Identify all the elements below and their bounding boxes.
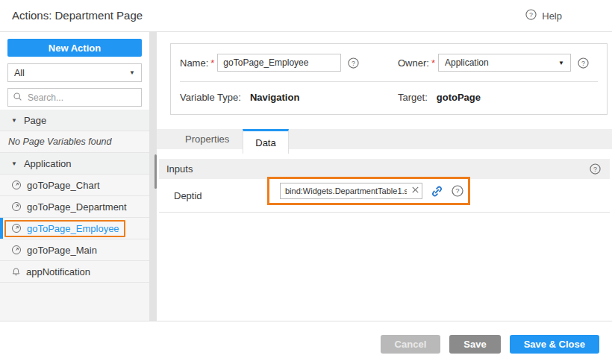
tree-item-gotopage-department[interactable]: goToPage_Department: [0, 196, 149, 218]
navigation-icon: [11, 180, 22, 190]
required-marker: *: [210, 57, 214, 69]
search-icon: [13, 91, 22, 104]
tree-item-label: goToPage_Employee: [27, 223, 119, 234]
filter-value: All: [14, 68, 25, 78]
actions-dialog: Actions: Department Page ? Help New Acti…: [0, 0, 612, 364]
save-button[interactable]: Save: [449, 335, 500, 354]
tree-item-gotopage-employee[interactable]: goToPage_Employee: [0, 218, 149, 239]
input-field-name: Deptid: [174, 179, 202, 213]
target-value: gotoPage: [437, 92, 481, 103]
caret-down-icon: ▼: [11, 160, 17, 167]
clear-icon[interactable]: [410, 185, 420, 195]
chevron-down-icon: ▼: [558, 60, 564, 66]
svg-text:?: ?: [529, 11, 533, 19]
page-title: Actions: Department Page: [12, 9, 143, 22]
dialog-header: Actions: Department Page ? Help: [0, 0, 612, 32]
variable-type-value: Navigation: [250, 92, 299, 103]
owner-dropdown[interactable]: Application ▼: [438, 54, 571, 72]
inputs-section-header: Inputs ?: [159, 159, 610, 179]
svg-text:?: ?: [593, 166, 597, 173]
help-icon[interactable]: ?: [348, 57, 359, 69]
help-icon[interactable]: ?: [578, 57, 589, 69]
svg-text:?: ?: [352, 59, 355, 66]
variables-tree: ▼ Page No Page Variables found ▼ Applica…: [0, 110, 149, 321]
tab-properties[interactable]: Properties: [172, 129, 243, 149]
tree-item-label: goToPage_Main: [27, 245, 97, 256]
filter-dropdown[interactable]: All ▼: [7, 63, 142, 82]
svg-text:?: ?: [581, 59, 585, 66]
variable-type-label: Variable Type:: [180, 92, 241, 103]
help-icon[interactable]: ?: [590, 163, 601, 175]
chevron-down-icon: ▼: [129, 69, 135, 76]
selected-indicator-bar: [0, 218, 3, 239]
svg-text:?: ?: [455, 186, 459, 195]
tree-group-page[interactable]: ▼ Page: [0, 110, 149, 131]
tree-group-label: Application: [24, 158, 72, 169]
owner-value: Application: [445, 57, 489, 68]
tree-item-label: appNotification: [26, 266, 90, 277]
required-marker: *: [431, 57, 435, 69]
cancel-button[interactable]: Cancel: [381, 335, 441, 354]
tab-bar: Properties Data: [157, 129, 612, 149]
tree-group-application[interactable]: ▼ Application: [0, 153, 149, 175]
variables-sidebar: New Action All ▼ ▼ Page No Page Variable…: [0, 32, 149, 321]
inputs-section-title: Inputs: [166, 163, 193, 175]
owner-label: Owner:: [398, 57, 429, 69]
help-icon[interactable]: ?: [452, 185, 463, 197]
tree-item-gotopage-chart[interactable]: goToPage_Chart: [0, 175, 149, 196]
caret-down-icon: ▼: [11, 117, 17, 124]
deptid-bind-input[interactable]: [280, 183, 422, 199]
search-box: [7, 88, 142, 107]
new-action-button[interactable]: New Action: [7, 39, 142, 57]
highlight-outline: goToPage_Employee: [4, 220, 125, 237]
help-label: Help: [542, 10, 562, 22]
input-row-deptid: Deptid ?: [159, 179, 610, 213]
help-link[interactable]: ? Help: [525, 9, 562, 22]
search-input[interactable]: [26, 92, 137, 104]
save-and-close-button[interactable]: Save & Close: [510, 335, 599, 354]
name-input[interactable]: [217, 54, 341, 72]
action-detail-panel: Name: * ? Owner: * Application ▼ ?: [157, 32, 612, 321]
navigation-icon: [11, 201, 22, 212]
tree-item-label: goToPage_Department: [27, 201, 127, 213]
highlight-outline: ?: [267, 177, 470, 205]
bind-input-wrap: [280, 183, 422, 199]
tree-item-gotopage-main[interactable]: goToPage_Main: [0, 239, 149, 261]
tree-item-appnotification[interactable]: appNotification: [0, 261, 149, 283]
tree-item-label: goToPage_Chart: [27, 180, 100, 191]
target-label: Target:: [398, 92, 428, 103]
tree-group-label: Page: [24, 115, 46, 126]
action-summary-box: Name: * ? Owner: * Application ▼ ?: [170, 43, 608, 115]
footer-buttons: Cancel Save Save & Close: [381, 335, 599, 354]
page-empty-message: No Page Variables found: [0, 131, 149, 153]
divider: [180, 81, 598, 82]
dialog-footer: Cancel Save Save & Close: [0, 321, 612, 364]
name-label: Name:: [180, 57, 208, 69]
bind-link-icon[interactable]: [431, 185, 443, 198]
navigation-icon: [11, 245, 22, 255]
bell-icon: [11, 267, 21, 277]
navigation-icon: [11, 223, 22, 233]
help-icon: ?: [525, 9, 537, 22]
tab-data[interactable]: Data: [243, 129, 288, 154]
